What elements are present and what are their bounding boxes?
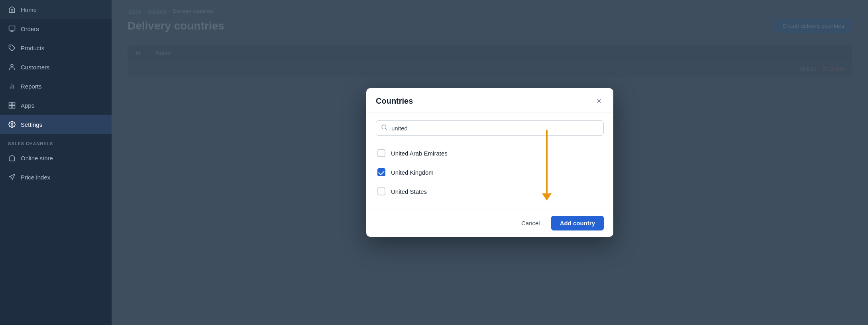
sidebar-item-settings-label: Settings [21, 121, 42, 128]
settings-icon [8, 120, 16, 128]
country-list: United Arab Emirates United Kingdom Unit… [376, 144, 604, 201]
country-name-uk: United Kingdom [391, 169, 434, 176]
search-icon [381, 124, 387, 132]
sidebar-item-orders-label: Orders [21, 26, 39, 32]
sidebar-item-customers-label: Customers [21, 64, 50, 71]
checkbox-us[interactable] [377, 187, 385, 195]
svg-rect-9 [12, 102, 15, 105]
country-name-uae: United Arab Emirates [391, 150, 448, 157]
add-country-button[interactable]: Add country [551, 216, 604, 230]
dialog-footer: Cancel Add country [366, 209, 613, 237]
modal-overlay: Countries × United Arab Emirates [112, 0, 868, 325]
sidebar-item-home[interactable]: Home [0, 0, 112, 19]
sales-channels-label: SALES CHANNELS [0, 134, 112, 148]
svg-point-4 [11, 64, 13, 67]
sidebar-item-products[interactable]: Products [0, 38, 112, 57]
sidebar-item-apps-label: Apps [21, 102, 34, 109]
sidebar-item-products-label: Products [21, 45, 44, 51]
sidebar-item-customers[interactable]: Customers [0, 57, 112, 77]
svg-rect-10 [9, 106, 12, 108]
sidebar-item-settings[interactable]: Settings [0, 115, 112, 134]
reports-icon [8, 82, 16, 90]
sidebar: Home Orders Products Customers Reports A… [0, 0, 112, 325]
sidebar-item-reports-label: Reports [21, 83, 42, 90]
sidebar-item-orders[interactable]: Orders [0, 19, 112, 38]
apps-icon [8, 101, 16, 109]
customers-icon [8, 63, 16, 71]
checkbox-uk[interactable] [377, 168, 385, 176]
svg-line-15 [385, 128, 387, 130]
country-item-uk[interactable]: United Kingdom [376, 163, 604, 182]
dialog-close-button[interactable]: × [594, 96, 604, 106]
search-input[interactable] [391, 125, 599, 132]
orders-icon [8, 25, 16, 33]
svg-rect-8 [9, 102, 12, 105]
sidebar-item-price-index[interactable]: Price index [0, 167, 112, 187]
country-item-us[interactable]: United States [376, 182, 604, 201]
dialog-title: Countries [376, 97, 413, 106]
svg-rect-0 [9, 26, 15, 30]
price-index-icon [8, 173, 16, 181]
sidebar-item-online-store[interactable]: Online store [0, 148, 112, 167]
svg-point-12 [11, 124, 13, 126]
country-name-us: United States [391, 188, 427, 195]
sidebar-item-reports[interactable]: Reports [0, 77, 112, 96]
store-icon [8, 154, 16, 162]
svg-rect-11 [12, 106, 15, 108]
dialog-body: United Arab Emirates United Kingdom Unit… [366, 112, 613, 209]
home-icon [8, 6, 16, 14]
main-content: Home › Settings › Delivery countries Del… [112, 0, 868, 325]
cancel-button[interactable]: Cancel [516, 217, 546, 230]
sidebar-item-online-store-label: Online store [21, 155, 53, 162]
svg-marker-13 [9, 174, 15, 180]
products-icon [8, 44, 16, 52]
country-item-uae[interactable]: United Arab Emirates [376, 144, 604, 163]
checkbox-uae[interactable] [377, 149, 385, 157]
sidebar-item-apps[interactable]: Apps [0, 96, 112, 115]
dialog-header: Countries × [366, 88, 613, 112]
sidebar-item-home-label: Home [21, 6, 37, 13]
search-box [376, 120, 604, 136]
countries-dialog: Countries × United Arab Emirates [366, 88, 613, 237]
sidebar-item-price-index-label: Price index [21, 174, 50, 181]
